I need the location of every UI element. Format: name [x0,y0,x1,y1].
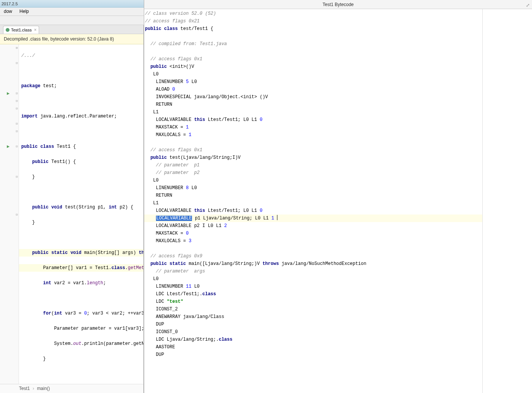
menu-help[interactable]: Help [16,8,32,15]
menu-window[interactable]: dow [1,8,15,15]
bytecode-line[interactable]: L1 [144,199,482,207]
bytecode-line[interactable]: // parameter args [144,268,482,275]
bytecode-line[interactable]: MAXLOCALS = 1 [144,131,482,139]
close-icon[interactable]: × [34,27,36,33]
bytecode-line[interactable]: MAXLOCALS = 3 [144,237,482,245]
editor-tabs: Test1.class × [0,25,143,34]
bytecode-line[interactable]: public test(Ljava/lang/String;I)V [144,154,482,161]
bytecode-line[interactable]: DUP [144,321,482,328]
bytecode-line[interactable]: // access flags 0x1 [144,146,482,154]
bytecode-line[interactable]: LDC Ljava/lang/String;.class [144,336,482,343]
bytecode-line[interactable] [144,139,482,146]
bytecode-line[interactable]: LOCALVARIABLE p2 I L0 L1 2 [144,222,482,230]
bytecode-line[interactable]: // class version 52.0 (52) [144,10,482,17]
bytecode-line[interactable]: // access flags 0x9 [144,252,482,260]
bytecode-line[interactable]: L1 [144,108,482,116]
tab-test1-class[interactable]: Test1.class × [3,26,39,34]
chevron-right-icon: › [33,386,34,391]
bytecode-line[interactable]: public class test/Test1 { [144,25,482,33]
bytecode-line[interactable]: L0 [144,275,482,283]
bytecode-title: Test1 Bytecode [323,2,354,7]
bytecode-line[interactable]: // parameter p2 [144,169,482,177]
fold-icon[interactable]: ⊟ [16,211,18,219]
bytecode-line[interactable]: LINENUMBER 5 L0 [144,78,482,86]
bytecode-line[interactable] [144,48,482,55]
bytecode-line[interactable]: ICONST_0 [144,328,482,336]
fold-icon[interactable]: ⊟ [16,97,18,105]
bytecode-line[interactable]: AASTORE [144,343,482,351]
editor-panel: Test1.class × Decompiled .class file, by… [0,25,144,393]
bytecode-line[interactable]: LINENUMBER 11 L0 [144,283,482,290]
fold-icon[interactable]: ⊟ [16,120,18,128]
bytecode-line[interactable]: LINENUMBER 8 L0 [144,184,482,192]
source-code[interactable]: /.../ package test; import java.lang.ref… [19,44,143,384]
bytecode-line[interactable] [144,245,482,252]
fold-icon[interactable]: ⊟ [16,90,18,97]
bytecode-line[interactable]: ICONST_2 [144,305,482,313]
bytecode-line[interactable]: ANEWARRAY java/lang/Class [144,313,482,321]
bytecode-line[interactable]: RETURN [144,192,482,199]
bytecode-line[interactable]: INVOKESPECIAL java/lang/Object.<init> ()… [144,93,482,101]
class-file-icon [6,28,9,32]
bytecode-line[interactable]: ALOAD 0 [144,86,482,93]
bytecode-line[interactable]: public <init>()V [144,63,482,70]
breadcrumb-class[interactable]: Test1 [19,386,30,391]
bytecode-line[interactable]: LOCALVARIABLE this Ltest/Test1; L0 L1 0 [144,116,482,124]
bytecode-line[interactable] [144,33,482,40]
ide-titlebar: 2017.2.5 [0,0,144,8]
menu-bar: dow Help [0,8,144,16]
ide-version: 2017.2.5 [2,2,18,6]
bytecode-line[interactable]: LDC Ltest/Test1;.class [144,290,482,298]
toolbar [0,16,144,25]
tab-label: Test1.class [11,28,31,32]
breadcrumb: Test1 › main() [0,384,143,393]
bytecode-editor[interactable]: // class version 52.0 (52)// access flag… [144,9,483,393]
bytecode-line[interactable]: LDC "test" [144,298,482,305]
run-gutter-icon[interactable]: ▶ [7,90,9,97]
fold-icon[interactable]: ⊟ [16,59,18,67]
bytecode-line[interactable]: LOCALVARIABLE p1 Ljava/lang/String; L0 L… [144,215,482,222]
breadcrumb-method[interactable]: main() [37,386,50,391]
source-editor[interactable]: ⊞ ⊟ ▶ ⊟ ⊟ ⊟ ⊟ ⊟ ▶ ⊟ ⊟ ⊟ /.../ package te… [0,44,143,384]
bytecode-line[interactable]: L0 [144,177,482,184]
editor-gutter: ⊞ ⊟ ▶ ⊟ ⊟ ⊟ ⊟ ⊟ ▶ ⊟ ⊟ ⊟ [0,44,19,384]
bytecode-line[interactable]: RETURN [144,101,482,108]
bytecode-line[interactable]: LOCALVARIABLE this Ltest/Test1; L0 L1 0 [144,207,482,215]
bytecode-line[interactable]: L0 [144,70,482,78]
fold-icon[interactable]: ⊟ [16,143,18,150]
bytecode-line[interactable]: // access flags 0x1 [144,55,482,63]
fold-icon[interactable]: ⊟ [16,105,18,113]
bytecode-line[interactable]: MAXSTACK = 1 [144,124,482,131]
decompiled-banner: Decompiled .class file, bytecode version… [0,34,143,44]
fold-icon[interactable]: ⊟ [16,173,18,181]
bytecode-panel: // class version 52.0 (52)// access flag… [144,9,532,393]
fold-icon[interactable]: ⊞ [16,44,18,52]
bytecode-line[interactable]: // parameter p1 [144,161,482,169]
fold-icon[interactable]: ⊟ [16,128,18,135]
bytecode-marker-column [483,9,532,393]
bytecode-line[interactable]: // access flags 0x21 [144,17,482,25]
bytecode-line[interactable]: DUP [144,351,482,359]
bytecode-line[interactable]: public static main([Ljava/lang/String;)V… [144,260,482,268]
hide-toolwindow-icon[interactable]: ⤢ [526,1,530,10]
bytecode-toolwindow-title: Test1 Bytecode ⤢ [144,0,532,9]
bytecode-line[interactable]: MAXSTACK = 0 [144,230,482,237]
bytecode-line[interactable]: // compiled from: Test1.java [144,40,482,48]
run-gutter-icon[interactable]: ▶ [7,143,9,150]
